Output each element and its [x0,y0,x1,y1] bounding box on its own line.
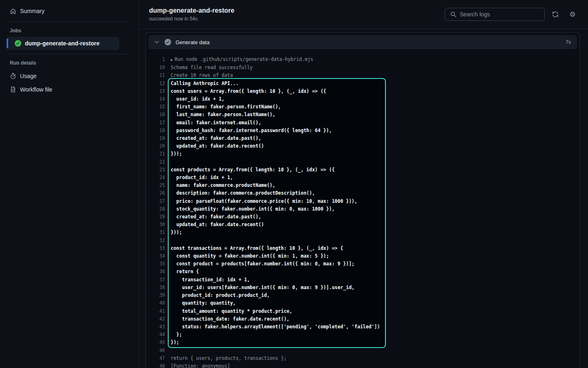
log-text: created_at: faker.date.past(), [165,135,261,142]
sidebar-item-summary[interactable]: Summary [7,4,132,18]
log-text-content: Run node .github/scripts/generate-data-h… [175,56,313,62]
line-number[interactable]: 41 [146,307,165,315]
line-number[interactable]: 29 [146,213,165,221]
line-number[interactable]: 27 [146,197,165,205]
log-text-content: user_id: users[faker.number.int({ min: 0… [171,285,354,290]
log-text: ▶Run node .github/scripts/generate-data-… [165,56,313,64]
home-icon [10,8,16,14]
line-number[interactable]: 1 [146,56,165,64]
log-text-content: [Function: anonymous] [171,363,230,368]
line-number[interactable]: 17 [146,119,165,127]
step-header-generate-data[interactable]: Generate data 7s [148,35,577,49]
line-number[interactable]: 33 [146,245,165,252]
log-line: 28 stock_quantity: faker.number.int({ mi… [146,205,579,213]
line-number[interactable]: 25 [146,182,165,189]
log-text: product_id: product.product_id, [165,292,270,299]
title-block: dump-generate-and-restore succeeded now … [149,7,234,22]
line-number[interactable]: 31 [146,229,165,236]
line-number[interactable]: 14 [146,95,165,103]
job-name: dump-generate-and-restore [25,40,100,47]
line-number[interactable]: 28 [146,205,165,213]
line-number[interactable]: 24 [146,174,165,182]
line-number[interactable]: 19 [146,135,165,142]
line-number[interactable]: 23 [146,166,165,174]
line-number[interactable]: 48 [146,362,165,368]
file-code-icon [10,86,16,93]
line-number[interactable]: 30 [146,221,165,229]
line-number[interactable]: 21 [146,150,165,158]
line-number[interactable]: 10 [146,64,165,72]
line-number[interactable]: 11 [146,72,165,79]
log-line: 15 first_name: faker.person.firstName(), [146,103,579,111]
log-output: 1▶Run node .github/scripts/generate-data… [146,52,579,368]
line-number[interactable]: 18 [146,127,165,135]
log-text-content: }); [171,339,179,345]
line-number[interactable]: 46 [146,347,165,355]
log-text-content: Calling Anthropic API... [171,81,238,86]
line-number[interactable]: 22 [146,158,165,166]
sidebar: Summary Jobs dump-generate-and-restore R… [0,0,139,368]
expand-group-icon[interactable]: ▶ [171,58,173,62]
log-line: 34 const quantity = faker.number.int({ m… [146,252,579,260]
line-number[interactable]: 42 [146,315,165,323]
refresh-logs-button[interactable] [549,8,562,21]
log-line: 13const users = Array.from({ length: 10 … [146,88,579,95]
line-number[interactable]: 12 [146,80,165,88]
chevron-down-icon [154,39,160,45]
sidebar-item-usage[interactable]: Usage [7,70,132,83]
line-number[interactable]: 43 [146,323,165,331]
line-number[interactable]: 39 [146,292,165,299]
log-text: total_amount: quantity * product.price, [165,307,292,315]
log-text-content: const products = Array.from({ length: 10… [171,167,335,173]
log-text: stock_quantity: faker.number.int({ min: … [165,205,335,213]
line-number[interactable]: 45 [146,339,165,346]
line-number[interactable]: 34 [146,252,165,260]
line-number[interactable]: 16 [146,111,165,119]
log-line: 35 const product = products[faker.number… [146,260,579,268]
line-number[interactable]: 35 [146,260,165,268]
log-text [165,158,171,166]
log-text: }); [165,339,179,346]
sidebar-job-item-dump-generate-and-restore[interactable]: dump-generate-and-restore [7,37,119,50]
line-number[interactable]: 47 [146,355,165,362]
run-header: dump-generate-and-restore succeeded now … [139,0,588,29]
log-line: 42 transaction_date: faker.date.recent()… [146,315,579,323]
step-name: Generate data [176,39,209,45]
log-line: 38 user_id: users[faker.number.int({ min… [146,284,579,292]
line-number[interactable]: 38 [146,284,165,292]
log-text: transaction_date: faker.date.recent(), [165,315,290,323]
log-line: 33const transactions = Array.from({ leng… [146,245,579,252]
line-number[interactable]: 40 [146,299,165,307]
line-number[interactable]: 36 [146,268,165,276]
log-text-content: return { users, products, transactions }… [171,355,287,361]
sidebar-item-label: Summary [20,8,45,14]
log-text: email: faker.internet.email(), [165,119,261,127]
line-number[interactable]: 20 [146,142,165,150]
line-number[interactable]: 44 [146,331,165,339]
log-text-content: transaction_id: idx + 1, [171,277,250,283]
line-number[interactable]: 37 [146,276,165,284]
log-text-content: Schema file read successfully [171,65,253,70]
line-number[interactable]: 26 [146,189,165,197]
sidebar-item-workflow-file[interactable]: Workflow file [7,83,132,96]
line-number[interactable]: 15 [146,103,165,111]
sidebar-item-label: Workflow file [20,86,52,93]
line-number[interactable]: 13 [146,88,165,95]
sidebar-divider [10,54,129,54]
log-line: 46 [146,347,579,355]
line-number[interactable]: 32 [146,237,165,245]
log-text-content: return { [171,269,199,274]
log-text: last_name: faker.person.lastName(), [165,111,275,119]
log-text: name: faker.commerce.productName(), [165,182,275,189]
log-line: 26 description: faker.commerce.productDe… [146,189,579,197]
log-line: 18 password_hash: faker.internet.passwor… [146,127,579,135]
active-job-indicator [7,38,8,48]
log-text-content: user_id: idx + 1, [171,96,225,102]
log-settings-button[interactable]: ⚙ [566,8,579,21]
search-logs-box[interactable] [445,8,545,21]
log-line: 19 created_at: faker.date.past(), [146,135,579,142]
log-text-content: const transactions = Array.from({ length… [171,245,343,251]
log-text-content: created_at: faker.date.past(), [171,135,261,141]
search-logs-input[interactable] [460,11,539,18]
run-status-text: succeeded now in 54s [149,16,234,22]
